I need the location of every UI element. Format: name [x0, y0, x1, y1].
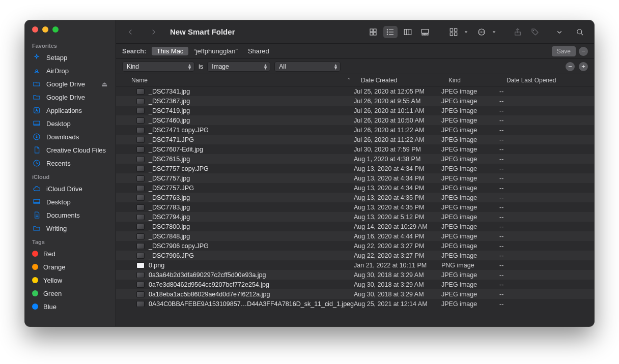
file-row[interactable]: _DSC7607-Edit.jpg Jul 30, 2020 at 7:59 P…	[116, 144, 594, 154]
file-kind: JPEG image	[441, 185, 499, 192]
sidebar-item-documents[interactable]: Documents	[25, 208, 116, 222]
file-date-created: Aug 13, 2020 at 4:34 PM	[354, 165, 441, 172]
file-row[interactable]: 0A34C0BBAFEBE9A153109857…D44A3FF4A7816D_…	[116, 299, 594, 309]
sidebar-section-tags: Tags	[25, 235, 116, 247]
sidebar-item-desktop[interactable]: Desktop	[25, 195, 116, 208]
file-thumbnail-icon	[136, 272, 145, 278]
sidebar-item-writing[interactable]: Writing	[25, 222, 116, 235]
file-name: _DSC7763.jpg	[149, 194, 190, 201]
file-row[interactable]: _DSC7367.jpg Jul 26, 2020 at 9:55 AM JPE…	[116, 96, 594, 106]
sidebar-item-applications[interactable]: Applications	[25, 104, 116, 117]
column-header-name[interactable]: Name ⌃	[116, 77, 356, 84]
file-row[interactable]: _DSC7906.JPG Aug 22, 2020 at 3:27 PM JPE…	[116, 251, 594, 260]
file-row[interactable]: 0a7e3d80462d9564cc9207bcf772e254.jpg Aug…	[116, 280, 594, 289]
sidebar-item-google-drive[interactable]: Google Drive⏏	[25, 77, 116, 90]
criteria-attribute-select[interactable]: Kind ▴▾	[122, 62, 194, 72]
file-thumbnail-icon	[136, 291, 145, 297]
back-button[interactable]	[123, 26, 137, 38]
column-header-kind[interactable]: Kind	[443, 77, 501, 84]
gallery-view-button[interactable]	[418, 26, 432, 38]
file-row[interactable]: _DSC7794.jpg Aug 13, 2020 at 5:12 PM JPE…	[116, 212, 594, 222]
column-header-date-created[interactable]: Date Created	[356, 77, 443, 84]
file-date-opened: --	[499, 185, 592, 192]
sidebar-tag-yellow[interactable]: Yellow	[25, 274, 116, 287]
criteria-add-button[interactable]: +	[579, 62, 588, 71]
eject-icon[interactable]: ⏏	[101, 80, 107, 88]
file-row[interactable]: _DSC7460.jpg Jul 26, 2020 at 10:50 AM JP…	[116, 115, 594, 125]
sidebar-item-desktop[interactable]: Desktop	[25, 117, 116, 130]
sidebar-item-airdrop[interactable]: AirDrop	[25, 64, 116, 77]
save-search-button[interactable]: Save	[552, 46, 576, 56]
column-view-button[interactable]	[401, 26, 415, 38]
file-kind: JPEG image	[441, 98, 499, 105]
criteria-extra-select[interactable]: All ▴▾	[274, 62, 341, 72]
search-scope-option[interactable]: “jeffphungglan”	[188, 47, 243, 55]
sidebar-item-label: Creative Cloud Files	[46, 146, 106, 154]
minimize-window-button[interactable]	[42, 26, 48, 33]
sparkle-icon	[32, 53, 41, 62]
sidebar-item-downloads[interactable]: Downloads	[25, 130, 116, 143]
finder-window: Favorites Setapp AirDrop Google Drive⏏ G…	[25, 20, 594, 326]
file-row[interactable]: _DSC7471 copy.JPG Jul 26, 2020 at 11:22 …	[116, 125, 594, 135]
list-view-button[interactable]	[383, 26, 398, 38]
tags-button[interactable]	[528, 26, 542, 38]
search-button[interactable]	[573, 26, 587, 38]
file-thumbnail-icon	[136, 185, 145, 191]
sidebar-tag-green[interactable]: Green	[25, 287, 116, 300]
file-thumbnail-icon	[136, 233, 145, 239]
file-row[interactable]: _DSC7615.jpg Aug 1, 2020 at 4:38 PM JPEG…	[116, 154, 594, 164]
sidebar-item-icloud-drive[interactable]: iCloud Drive	[25, 182, 116, 195]
file-row[interactable]: _DSC7763.jpg Aug 13, 2020 at 4:35 PM JPE…	[116, 193, 594, 202]
file-date-opened: --	[499, 175, 592, 182]
icon-view-button[interactable]	[366, 26, 380, 38]
forward-button[interactable]	[147, 26, 161, 38]
file-row[interactable]: _DSC7783.jpg Aug 13, 2020 at 4:35 PM JPE…	[116, 202, 594, 212]
file-date-created: Aug 1, 2020 at 4:38 PM	[354, 156, 441, 163]
criteria-value: Image	[212, 63, 229, 70]
more-button[interactable]	[552, 26, 567, 38]
file-date-opened: --	[499, 204, 592, 211]
file-row[interactable]: 0a18eba1ac5b86029ae4d0d7e7f6212a.jpg Aug…	[116, 289, 594, 299]
sidebar-tag-red[interactable]: Red	[25, 247, 116, 260]
file-row[interactable]: _DSC7800.jpg Aug 14, 2020 at 10:29 AM JP…	[116, 222, 594, 231]
file-thumbnail-icon	[136, 88, 145, 95]
svg-rect-29	[450, 33, 453, 35]
group-by-button[interactable]	[446, 26, 461, 38]
sidebar-tag-blue[interactable]: Blue	[25, 300, 116, 313]
file-list[interactable]: _DSC7341.jpg Jul 25, 2020 at 12:05 PM JP…	[116, 86, 594, 326]
file-row[interactable]: _DSC7848.jpg Aug 16, 2020 at 4:44 PM JPE…	[116, 231, 594, 241]
file-row[interactable]: _DSC7341.jpg Jul 25, 2020 at 12:05 PM JP…	[116, 86, 594, 96]
maximize-window-button[interactable]	[52, 26, 59, 33]
search-scope-option[interactable]: Shared	[243, 47, 274, 55]
action-menu-button[interactable]	[474, 26, 489, 38]
file-row[interactable]: _DSC7471.JPG Jul 26, 2020 at 11:22 AM JP…	[116, 135, 594, 144]
group-and-action	[446, 26, 496, 38]
share-button[interactable]	[511, 26, 525, 38]
sidebar-item-google-drive[interactable]: Google Drive	[25, 90, 116, 104]
file-row[interactable]: _DSC7906 copy.JPG Aug 22, 2020 at 3:27 P…	[116, 241, 594, 251]
criteria-value-select[interactable]: Image ▴▾	[207, 62, 270, 72]
file-row[interactable]: 0.png Jan 21, 2022 at 10:11 PM PNG image…	[116, 260, 594, 270]
close-window-button[interactable]	[32, 26, 38, 33]
file-date-created: Aug 22, 2020 at 3:27 PM	[354, 242, 441, 250]
file-row[interactable]: _DSC7757.jpg Aug 13, 2020 at 4:34 PM JPE…	[116, 173, 594, 183]
file-date-created: Aug 30, 2018 at 3:29 AM	[354, 281, 441, 288]
criteria-remove-button[interactable]: −	[566, 62, 575, 71]
sidebar-item-setapp[interactable]: Setapp	[25, 51, 116, 64]
sort-caret-icon: ⌃	[347, 77, 351, 83]
file-row[interactable]: 0a3a64b2d3dfa690297c2cff5d00e93a.jpg Aug…	[116, 270, 594, 280]
sidebar-item-recents[interactable]: Recents	[25, 157, 116, 170]
file-date-opened: --	[499, 88, 592, 95]
search-scope-option[interactable]: This Mac	[152, 47, 189, 55]
svg-rect-30	[455, 33, 457, 35]
remove-criteria-button[interactable]: −	[579, 47, 588, 56]
sidebar-tag-orange[interactable]: Orange	[25, 260, 116, 274]
sidebar-item-creative-cloud-files[interactable]: Creative Cloud Files	[25, 143, 116, 157]
file-date-created: Aug 13, 2020 at 4:35 PM	[354, 194, 441, 201]
file-row[interactable]: _DSC7757 copy.JPG Aug 13, 2020 at 4:34 P…	[116, 164, 594, 173]
file-row[interactable]: _DSC7419.jpg Jul 26, 2020 at 10:11 AM JP…	[116, 106, 594, 115]
svg-rect-25	[425, 34, 426, 35]
file-row[interactable]: _DSC7757.JPG Aug 13, 2020 at 4:34 PM JPE…	[116, 183, 594, 193]
search-scope-label: Search:	[122, 47, 147, 55]
column-header-date-opened[interactable]: Date Last Opened	[501, 77, 594, 84]
